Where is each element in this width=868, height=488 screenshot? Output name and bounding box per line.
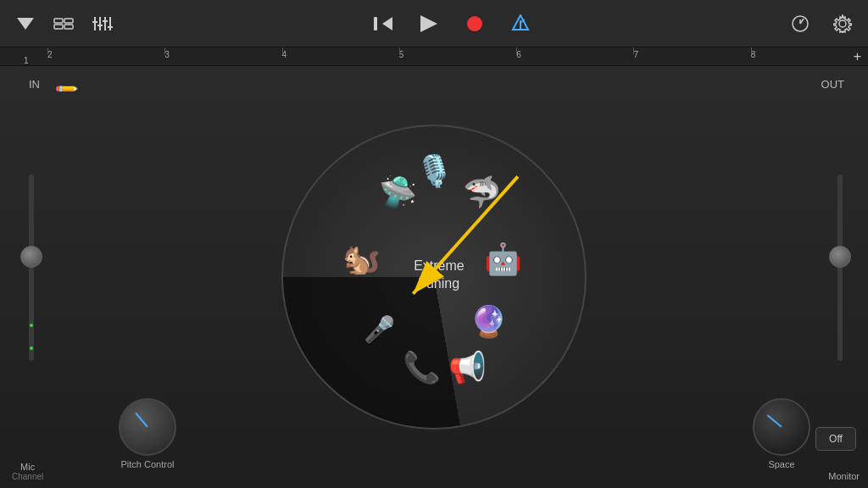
input-slider-thumb[interactable] (20, 246, 42, 268)
ruler-mark-start: 1 (24, 53, 47, 65)
svg-marker-15 (420, 15, 437, 32)
monitor-label: Monitor (828, 471, 860, 481)
telephone-icon[interactable]: 📞 (403, 350, 441, 385)
toolbar-right (785, 8, 858, 39)
svg-marker-13 (382, 17, 392, 30)
space-knob-container: Space (753, 398, 810, 469)
output-slider-track (837, 175, 843, 361)
toolbar-center (368, 8, 536, 39)
orb-icon[interactable]: 🔮 (470, 304, 508, 340)
robot-icon[interactable]: 🤖 (484, 241, 522, 277)
monitor-off-button[interactable]: Off (815, 427, 856, 451)
input-level-low (30, 324, 33, 327)
svg-rect-2 (64, 19, 73, 23)
output-slider-thumb[interactable] (829, 246, 851, 268)
ruler-mark-2: 2 (47, 47, 164, 65)
pencil-icon[interactable]: ✏️ (53, 75, 80, 102)
hand-mic-icon[interactable]: 🎤 (364, 313, 395, 343)
svg-point-23 (839, 20, 846, 27)
ruler-add-button[interactable]: + (854, 49, 861, 64)
toolbar-left (10, 8, 119, 39)
mixer-view-button[interactable] (88, 8, 119, 39)
pitch-control-label: Pitch Control (121, 459, 175, 469)
arrange-view-button[interactable] (49, 8, 80, 39)
svg-rect-4 (64, 25, 73, 29)
wheel-outer[interactable]: Extreme Tuning 🛸 🎙️ 🦈 🐿️ (281, 125, 587, 430)
megaphone-icon[interactable]: 📢 (448, 350, 487, 385)
ruler-mark-6: 6 (516, 47, 633, 65)
ruler-mark-3: 3 (164, 47, 281, 65)
ruler-mark-5: 5 (399, 47, 516, 65)
svg-marker-0 (17, 18, 34, 30)
main-area: IN OUT ✏️ Extreme Tuning (0, 66, 868, 488)
gear-button[interactable] (827, 8, 858, 39)
voice-wheel: Extreme Tuning 🛸 🎙️ 🦈 🐿️ (281, 125, 587, 430)
ufo-icon[interactable]: 🛸 (379, 175, 417, 210)
ruler-mark-7: 7 (633, 47, 750, 65)
play-button[interactable] (414, 8, 444, 39)
ruler-mark-8: 8 (751, 47, 868, 65)
dropdown-button[interactable] (10, 8, 41, 39)
toolbar (0, 0, 868, 47)
in-label: IN (29, 78, 40, 91)
pitch-control-knob[interactable] (119, 398, 176, 456)
mic-channel-label: Mic Channel (12, 462, 43, 481)
ruler-marks: 1 2 3 4 5 6 7 8 (0, 47, 868, 65)
space-knob[interactable] (753, 398, 810, 456)
metronome-button[interactable] (505, 8, 536, 39)
ruler-mark-4: 4 (282, 47, 399, 65)
rewind-button[interactable] (368, 8, 398, 39)
record-button[interactable] (459, 8, 490, 39)
squirrel-icon[interactable]: 🐿️ (342, 241, 381, 277)
space-label: Space (768, 459, 794, 469)
monster-icon[interactable]: 🦈 (463, 175, 501, 210)
svg-rect-14 (374, 17, 377, 30)
input-level-high (30, 347, 33, 350)
input-slider-track (29, 175, 34, 361)
dial-button[interactable] (785, 8, 815, 39)
mic-stand-icon[interactable]: 🎙️ (415, 153, 453, 189)
svg-rect-3 (54, 25, 63, 29)
svg-rect-1 (54, 19, 63, 23)
ruler: 1 2 3 4 5 6 7 8 + (0, 47, 868, 66)
svg-point-16 (467, 16, 482, 31)
out-label: OUT (821, 78, 844, 91)
pitch-control-knob-container: Pitch Control (119, 398, 176, 469)
